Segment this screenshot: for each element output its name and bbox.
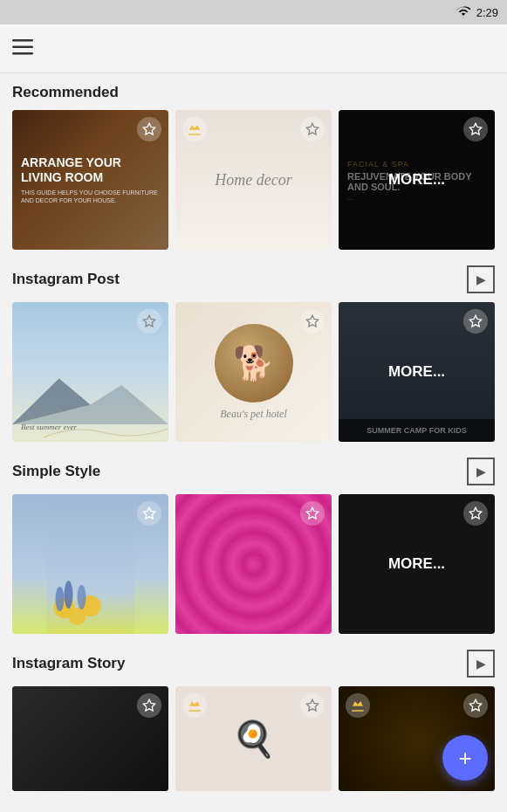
path-line	[12, 416, 168, 442]
play-button-instagram-story[interactable]	[467, 650, 495, 678]
instagram-story-grid: 🍳	[12, 686, 495, 791]
section-header-instagram-post: Instagram Post	[12, 265, 495, 293]
svg-marker-10	[469, 315, 481, 327]
arrange-sub: THIS GUIDE HELPS YOU CHOOSE FURNITURE AN…	[21, 189, 160, 204]
star-button-story3[interactable]	[463, 693, 488, 718]
section-simple-style: Simple Style	[12, 458, 495, 634]
svg-rect-2	[12, 52, 33, 55]
star-button-dark[interactable]	[463, 501, 488, 526]
star-button-flowers[interactable]	[137, 501, 161, 526]
section-header-simple-style: Simple Style	[12, 458, 495, 485]
crown-badge-story2	[182, 693, 207, 718]
crown-badge-homedecor	[182, 117, 207, 141]
svg-marker-18	[143, 507, 154, 519]
section-instagram-post: Instagram Post Best summer ever	[12, 265, 495, 442]
svg-marker-20	[469, 507, 481, 519]
svg-rect-1	[12, 45, 33, 48]
star-button-dog[interactable]	[300, 309, 325, 334]
section-header-instagram-story: Instagram Story	[12, 650, 495, 678]
arrange-title: ARRANGE YOUR LIVING ROOM	[21, 155, 160, 185]
play-button-simple-style[interactable]	[467, 458, 495, 485]
wifi-icon	[456, 6, 471, 18]
card-home-decor[interactable]: Home decor	[175, 110, 332, 250]
section-title-instagram-story: Instagram Story	[12, 655, 125, 672]
svg-marker-22	[306, 699, 318, 711]
hamburger-menu-button[interactable]	[12, 38, 33, 60]
status-time: 2:29	[476, 6, 498, 19]
svg-rect-0	[12, 39, 33, 42]
svg-point-15	[56, 587, 65, 611]
section-title-recommended: Recommended	[12, 84, 119, 101]
dog-hotel-label: Beau's pet hotel	[220, 408, 287, 421]
star-button-story1[interactable]	[137, 693, 161, 718]
svg-point-16	[65, 581, 73, 609]
main-content: Recommended ARRANGE YOUR LIVING ROOM THI…	[0, 73, 507, 812]
top-bar	[0, 24, 507, 73]
card-arrange-living-room[interactable]: ARRANGE YOUR LIVING ROOM THIS GUIDE HELP…	[12, 110, 168, 250]
card-dog-hotel[interactable]: 🐕 Beau's pet hotel	[175, 302, 332, 442]
svg-marker-19	[306, 507, 318, 519]
recommended-grid: ARRANGE YOUR LIVING ROOM THIS GUIDE HELP…	[12, 110, 495, 250]
svg-marker-8	[143, 315, 154, 327]
dog-circle: 🐕	[215, 324, 293, 403]
star-button-spa[interactable]	[463, 117, 488, 141]
star-button-arrange[interactable]	[137, 117, 161, 141]
svg-point-17	[78, 585, 86, 609]
card-dark-more[interactable]: MORE...	[339, 494, 495, 634]
svg-marker-9	[306, 315, 318, 327]
star-button-story2[interactable]	[300, 693, 325, 718]
fab-button[interactable]: +	[442, 735, 488, 781]
card-roses[interactable]	[175, 494, 332, 634]
star-button-homedecor[interactable]	[300, 117, 325, 141]
status-bar: 2:29	[0, 0, 507, 24]
instagram-post-grid: Best summer ever	[12, 302, 495, 442]
simple-style-grid: MORE...	[12, 494, 495, 634]
home-decor-text: Home decor	[215, 171, 291, 189]
dog-emoji: 🐕	[233, 344, 274, 382]
card-facial-spa[interactable]: FACIAL & SPA REJUVENATE YOUR BODY AND SO…	[339, 110, 495, 250]
card-story-1[interactable]	[12, 686, 168, 791]
card-mountain[interactable]: Best summer ever	[12, 302, 168, 442]
svg-marker-5	[469, 123, 481, 134]
star-button-summer[interactable]	[463, 309, 488, 334]
svg-marker-23	[469, 699, 481, 711]
star-button-roses[interactable]	[300, 501, 325, 526]
section-instagram-story: Instagram Story 🍳	[12, 650, 495, 791]
svg-marker-3	[143, 123, 154, 134]
section-header-recommended: Recommended	[12, 84, 495, 101]
star-button-mountain[interactable]	[137, 309, 161, 334]
fab-icon: +	[458, 745, 471, 772]
play-button-instagram-post[interactable]	[467, 265, 495, 293]
card-story-2[interactable]: 🍳	[175, 686, 332, 791]
section-recommended: Recommended ARRANGE YOUR LIVING ROOM THI…	[12, 84, 495, 250]
card-flowers[interactable]	[12, 494, 168, 634]
section-title-instagram-post: Instagram Post	[12, 271, 120, 288]
crown-badge-story3	[346, 693, 370, 718]
card-summer-camp[interactable]: SUMMER CAMP FOR KIDS MORE...	[339, 302, 495, 442]
section-title-simple-style: Simple Style	[12, 463, 100, 480]
svg-marker-4	[306, 123, 318, 134]
svg-marker-21	[143, 699, 154, 711]
